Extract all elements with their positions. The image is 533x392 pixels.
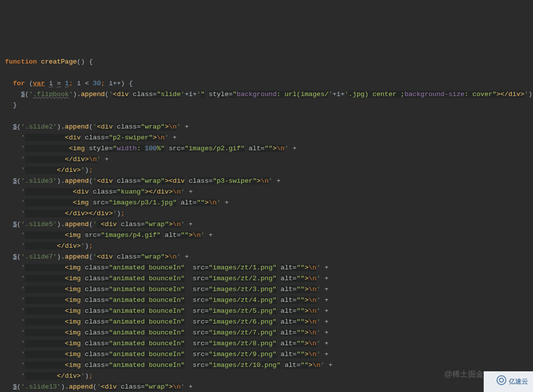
loop-limit: 30: [93, 80, 101, 87]
logo-icon: [489, 364, 506, 392]
svg-point-1: [499, 378, 503, 382]
keyword-for: for: [13, 80, 25, 87]
method-append: append: [81, 91, 105, 98]
selector-slide13: .slide13: [25, 383, 57, 391]
selector-slide2: .slide2: [25, 123, 53, 131]
watermark-yisu-text: 亿速云: [509, 376, 528, 387]
selector-flipbook: .flipbook: [33, 91, 69, 98]
code-editor[interactable]: function creatPage() { for (var i = 1; i…: [0, 43, 533, 392]
keyword-function: function: [5, 58, 37, 65]
selector-slide7: .slide7: [25, 253, 53, 261]
jquery-dollar: $: [21, 91, 25, 98]
svg-point-0: [497, 376, 506, 385]
function-name: creatPage: [41, 58, 77, 65]
watermark-juejin: @稀土掘金: [444, 369, 484, 380]
loop-start: 1: [65, 80, 69, 87]
selector-slide5: .slide5: [25, 221, 53, 228]
watermark-yisu: 亿速云: [484, 371, 533, 392]
selector-slide3: .slide3: [25, 177, 53, 185]
keyword-var: var: [33, 80, 45, 87]
